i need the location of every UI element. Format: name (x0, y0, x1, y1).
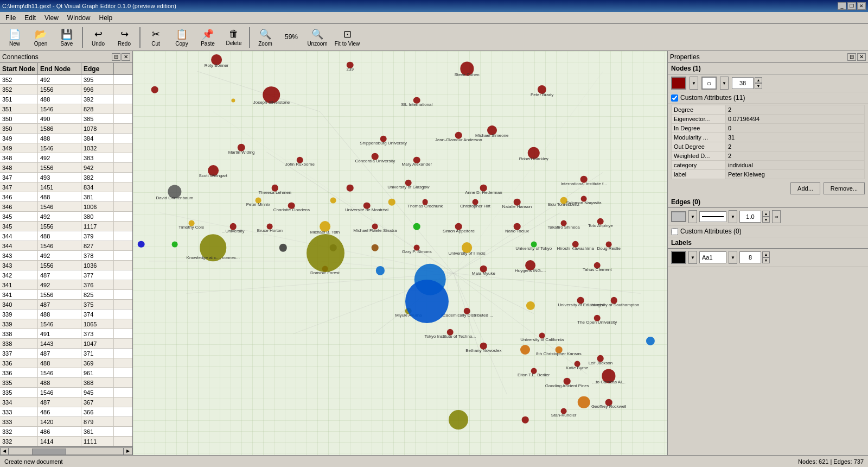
edge-color-dropdown[interactable]: ▼ (688, 210, 697, 223)
graph-node[interactable] (577, 297, 584, 304)
table-row[interactable]: 351488392 (0, 94, 132, 104)
undo-button[interactable]: ↩ Undo (86, 26, 111, 49)
graph-node[interactable] (413, 156, 420, 163)
label-font-dropdown[interactable]: ▼ (729, 251, 737, 264)
panel-restore-button[interactable]: ⊟ (112, 53, 120, 61)
graph-node[interactable] (593, 314, 601, 321)
node-shape-dropdown[interactable]: ▼ (720, 77, 729, 90)
menu-file[interactable]: File (1, 13, 20, 23)
graph-node[interactable] (320, 222, 330, 232)
table-row[interactable]: 35015861078 (0, 124, 132, 134)
table-row[interactable]: 347493382 (0, 173, 132, 182)
graph-node[interactable] (610, 297, 617, 304)
graph-node[interactable] (255, 198, 261, 204)
h-scroll[interactable]: ◀ ▶ (0, 446, 132, 455)
table-row[interactable]: 333486366 (0, 407, 132, 417)
h-scroll-thumb[interactable] (32, 449, 66, 455)
graph-node[interactable] (462, 242, 473, 253)
table-row[interactable]: 342487377 (0, 270, 132, 280)
graph-node[interactable] (564, 378, 571, 385)
graph-node[interactable] (372, 153, 379, 160)
graph-node[interactable] (172, 241, 178, 247)
table-row[interactable]: 34315561036 (0, 261, 132, 270)
table-row[interactable]: 3361546961 (0, 368, 132, 378)
table-row[interactable]: 340487375 (0, 300, 132, 310)
graph-node[interactable] (514, 223, 521, 230)
minimize-button[interactable]: _ (838, 2, 846, 10)
edge-color-box[interactable] (671, 211, 686, 222)
table-row[interactable]: 33214141111 (0, 437, 132, 446)
label-color-box[interactable] (671, 251, 686, 264)
node-color-box[interactable] (671, 77, 686, 90)
table-row[interactable]: 338491373 (0, 329, 132, 339)
graph-node-olive[interactable] (307, 234, 344, 272)
table-row[interactable]: 348492383 (0, 153, 132, 163)
table-row[interactable]: 337487371 (0, 349, 132, 358)
graph-node[interactable] (267, 224, 273, 230)
graph-node[interactable] (574, 361, 580, 367)
node-size-down-button[interactable]: ▼ (755, 83, 762, 89)
custom-attributes-checkbox[interactable] (671, 94, 678, 102)
graph-node[interactable] (597, 218, 604, 225)
zoom-in-button[interactable]: 🔍 Zoom (253, 26, 278, 49)
node-size-input[interactable] (732, 77, 754, 89)
graph-node[interactable] (208, 165, 219, 176)
label-size-down-button[interactable]: ▼ (762, 257, 770, 263)
graph-node[interactable] (480, 185, 487, 192)
edge-thickness-up-button[interactable]: ▲ (762, 211, 770, 217)
graph-node[interactable] (347, 62, 354, 69)
fit-to-view-button[interactable]: ⊡ Fit to View (331, 26, 363, 49)
graph-node[interactable] (520, 345, 530, 355)
properties-close-button[interactable]: ✕ (857, 53, 866, 61)
graph-node[interactable] (561, 220, 567, 226)
graph-node[interactable] (473, 199, 478, 205)
label-size-input[interactable] (739, 251, 761, 263)
save-button[interactable]: 💾 Save (54, 26, 79, 49)
table-row[interactable]: 334487367 (0, 397, 132, 407)
node-size-up-button[interactable]: ▲ (755, 77, 762, 83)
graph-node[interactable] (211, 54, 222, 65)
graph-node[interactable] (525, 260, 536, 271)
table-row[interactable]: 341492376 (0, 280, 132, 290)
graph-node-central[interactable] (405, 280, 449, 323)
graph-node[interactable] (605, 399, 612, 406)
table-body[interactable]: 3524923953521556996351488392351154682835… (0, 75, 132, 446)
table-row[interactable]: 352492395 (0, 75, 132, 85)
graph-node[interactable] (528, 147, 540, 159)
panel-close-button[interactable]: ✕ (122, 53, 130, 61)
label-color-dropdown[interactable]: ▼ (688, 251, 697, 264)
graph-node[interactable] (593, 262, 601, 269)
zoom-pct-button[interactable]: 59% (279, 26, 304, 49)
graph-node[interactable] (487, 125, 497, 135)
graph-node[interactable] (347, 185, 354, 192)
edge-thickness-input[interactable] (739, 211, 761, 223)
scroll-right-button[interactable]: ▶ (124, 447, 132, 455)
graph-node[interactable] (581, 195, 587, 201)
table-row[interactable]: 3511546828 (0, 104, 132, 114)
redo-button[interactable]: ↪ Redo (112, 26, 137, 49)
table-row[interactable]: 345492380 (0, 212, 132, 222)
unzoom-button[interactable]: 🔍 Unzoom (305, 26, 330, 49)
table-row[interactable]: 33915461065 (0, 319, 132, 329)
graph-node[interactable] (480, 266, 487, 273)
table-row[interactable]: 3481556942 (0, 163, 132, 173)
graph-node[interactable] (580, 176, 588, 183)
cut-button[interactable]: ✂ Cut (143, 26, 168, 49)
table-row[interactable]: 339488374 (0, 310, 132, 319)
graph-node[interactable] (455, 223, 462, 230)
graph-node[interactable] (380, 135, 387, 142)
table-row[interactable]: 343492378 (0, 251, 132, 261)
restore-button[interactable]: ❐ (847, 2, 856, 10)
scroll-left-button[interactable]: ◀ (0, 447, 9, 455)
graph-node[interactable] (556, 346, 563, 354)
graph-node[interactable] (480, 343, 487, 350)
edge-line-style-box[interactable] (699, 211, 726, 222)
table-row[interactable]: 34615461006 (0, 202, 132, 212)
edge-line-dropdown[interactable]: ▼ (729, 210, 737, 223)
graph-node[interactable] (414, 245, 420, 251)
graph-node[interactable] (606, 241, 612, 247)
graph-node[interactable] (514, 199, 521, 206)
paste-button[interactable]: 📌 Paste (195, 26, 220, 49)
graph-node[interactable] (413, 97, 420, 104)
new-button[interactable]: 📄 New (2, 26, 27, 49)
